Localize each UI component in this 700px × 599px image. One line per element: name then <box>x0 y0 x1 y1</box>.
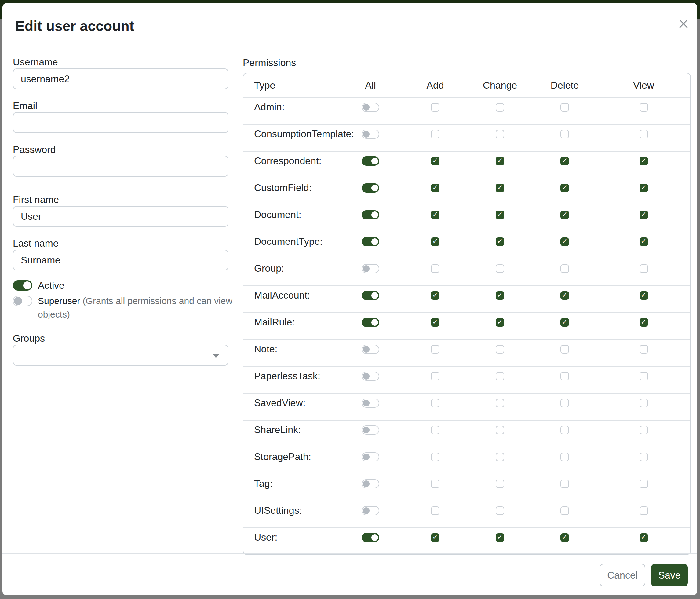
permission-delete-checkbox[interactable]: ✓ <box>560 372 569 381</box>
permission-all-toggle[interactable] <box>361 533 379 542</box>
permission-all-toggle[interactable] <box>361 103 379 112</box>
active-toggle[interactable] <box>13 280 32 291</box>
permission-view-checkbox[interactable]: ✓ <box>640 291 648 300</box>
permission-row: ShareLink: ✓ ✓ ✓ ✓ <box>243 420 690 447</box>
permission-all-toggle[interactable] <box>361 210 379 219</box>
permission-change-checkbox[interactable]: ✓ <box>496 237 504 246</box>
superuser-toggle[interactable] <box>13 296 32 306</box>
permission-view-checkbox[interactable]: ✓ <box>640 157 648 165</box>
permission-all-toggle[interactable] <box>361 237 379 246</box>
permission-add-checkbox[interactable]: ✓ <box>431 372 440 381</box>
permission-view-checkbox[interactable]: ✓ <box>640 211 648 219</box>
permission-change-checkbox[interactable]: ✓ <box>496 426 504 434</box>
last-name-input[interactable] <box>13 250 228 270</box>
permission-delete-checkbox[interactable]: ✓ <box>560 237 569 246</box>
permission-delete-checkbox[interactable]: ✓ <box>560 211 569 219</box>
permissions-table-body: Admin: ✓ ✓ ✓ ✓ ConsumptionTemplate: ✓ ✓ … <box>243 97 690 554</box>
permission-all-toggle[interactable] <box>361 425 379 435</box>
password-field[interactable] <box>13 156 228 177</box>
permission-change-checkbox[interactable]: ✓ <box>496 399 504 407</box>
permission-change-checkbox[interactable]: ✓ <box>496 211 504 219</box>
permission-all-toggle[interactable] <box>361 157 379 166</box>
permission-delete-checkbox[interactable]: ✓ <box>560 345 569 354</box>
permission-delete-checkbox[interactable]: ✓ <box>560 318 569 327</box>
permission-add-checkbox[interactable]: ✓ <box>431 480 440 488</box>
permission-delete-checkbox[interactable]: ✓ <box>560 103 569 112</box>
permission-add-checkbox[interactable]: ✓ <box>431 345 440 354</box>
permission-view-checkbox[interactable]: ✓ <box>640 130 648 139</box>
groups-select[interactable] <box>13 345 228 365</box>
permission-delete-checkbox[interactable]: ✓ <box>560 480 569 488</box>
email-label: Email <box>13 100 228 111</box>
permission-change-checkbox[interactable]: ✓ <box>496 291 504 300</box>
permission-view-checkbox[interactable]: ✓ <box>640 480 648 488</box>
permission-all-toggle[interactable] <box>361 264 379 273</box>
first-name-input[interactable] <box>13 206 228 227</box>
permission-delete-checkbox[interactable]: ✓ <box>560 453 569 461</box>
email-field[interactable] <box>13 112 228 133</box>
permission-change-checkbox[interactable]: ✓ <box>496 453 504 461</box>
permission-add-checkbox[interactable]: ✓ <box>431 533 440 542</box>
permission-add-checkbox[interactable]: ✓ <box>431 211 440 219</box>
username-input[interactable] <box>13 69 228 89</box>
permission-view-checkbox[interactable]: ✓ <box>640 399 648 407</box>
permission-change-checkbox[interactable]: ✓ <box>496 184 504 192</box>
permission-add-checkbox[interactable]: ✓ <box>431 453 440 461</box>
save-button[interactable]: Save <box>651 564 688 586</box>
permission-delete-checkbox[interactable]: ✓ <box>560 264 569 273</box>
permission-change-checkbox[interactable]: ✓ <box>496 480 504 488</box>
permission-all-toggle[interactable] <box>361 372 379 381</box>
permission-change-checkbox[interactable]: ✓ <box>496 103 504 112</box>
permission-delete-checkbox[interactable]: ✓ <box>560 291 569 300</box>
permission-change-checkbox[interactable]: ✓ <box>496 345 504 354</box>
permission-view-checkbox[interactable]: ✓ <box>640 237 648 246</box>
close-icon[interactable] <box>678 19 689 29</box>
permission-all-toggle[interactable] <box>361 345 379 354</box>
permission-view-checkbox[interactable]: ✓ <box>640 318 648 327</box>
permission-view-checkbox[interactable]: ✓ <box>640 453 648 461</box>
permission-add-checkbox[interactable]: ✓ <box>431 426 440 434</box>
permission-view-checkbox[interactable]: ✓ <box>640 533 648 542</box>
permission-all-toggle[interactable] <box>361 291 379 300</box>
permission-change-checkbox[interactable]: ✓ <box>496 264 504 273</box>
permission-add-checkbox[interactable]: ✓ <box>431 506 440 515</box>
permission-all-toggle[interactable] <box>361 399 379 408</box>
permission-view-checkbox[interactable]: ✓ <box>640 264 648 273</box>
permission-all-toggle[interactable] <box>361 479 379 488</box>
permission-all-toggle[interactable] <box>361 506 379 515</box>
permission-add-checkbox[interactable]: ✓ <box>431 291 440 300</box>
permission-change-checkbox[interactable]: ✓ <box>496 157 504 165</box>
permission-view-checkbox[interactable]: ✓ <box>640 184 648 192</box>
permission-add-checkbox[interactable]: ✓ <box>431 237 440 246</box>
permission-add-checkbox[interactable]: ✓ <box>431 399 440 407</box>
permission-add-checkbox[interactable]: ✓ <box>431 157 440 165</box>
permission-all-toggle[interactable] <box>361 183 379 193</box>
permission-delete-checkbox[interactable]: ✓ <box>560 506 569 515</box>
permission-add-checkbox[interactable]: ✓ <box>431 103 440 112</box>
permission-change-checkbox[interactable]: ✓ <box>496 130 504 139</box>
permission-add-checkbox[interactable]: ✓ <box>431 184 440 192</box>
permission-view-checkbox[interactable]: ✓ <box>640 506 648 515</box>
permission-all-toggle[interactable] <box>361 452 379 461</box>
permission-add-checkbox[interactable]: ✓ <box>431 130 440 139</box>
permission-change-checkbox[interactable]: ✓ <box>496 506 504 515</box>
permission-add-checkbox[interactable]: ✓ <box>431 318 440 327</box>
permission-all-toggle[interactable] <box>361 129 379 139</box>
cancel-button[interactable]: Cancel <box>600 564 645 586</box>
permission-change-checkbox[interactable]: ✓ <box>496 318 504 327</box>
permission-view-checkbox[interactable]: ✓ <box>640 372 648 381</box>
permission-change-checkbox[interactable]: ✓ <box>496 372 504 381</box>
check-icon: ✓ <box>561 238 568 245</box>
permission-change-checkbox[interactable]: ✓ <box>496 533 504 542</box>
permission-all-toggle[interactable] <box>361 318 379 327</box>
permission-view-checkbox[interactable]: ✓ <box>640 103 648 112</box>
permission-add-checkbox[interactable]: ✓ <box>431 264 440 273</box>
permission-view-checkbox[interactable]: ✓ <box>640 345 648 354</box>
permission-delete-checkbox[interactable]: ✓ <box>560 399 569 407</box>
permission-delete-checkbox[interactable]: ✓ <box>560 533 569 542</box>
permission-view-checkbox[interactable]: ✓ <box>640 426 648 434</box>
permission-delete-checkbox[interactable]: ✓ <box>560 157 569 165</box>
permission-delete-checkbox[interactable]: ✓ <box>560 130 569 139</box>
permission-delete-checkbox[interactable]: ✓ <box>560 426 569 434</box>
permission-delete-checkbox[interactable]: ✓ <box>560 184 569 192</box>
